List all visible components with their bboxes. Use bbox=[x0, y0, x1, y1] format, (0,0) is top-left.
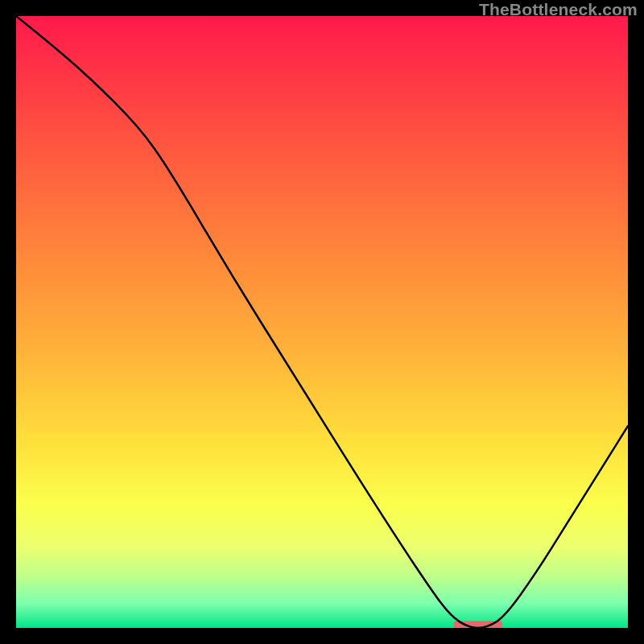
chart-plot-area bbox=[16, 16, 628, 628]
watermark-text: TheBottleneck.com bbox=[479, 0, 638, 19]
chart-svg bbox=[16, 16, 628, 628]
gradient-background bbox=[16, 16, 628, 628]
chart-frame: TheBottleneck.com bbox=[0, 0, 644, 644]
